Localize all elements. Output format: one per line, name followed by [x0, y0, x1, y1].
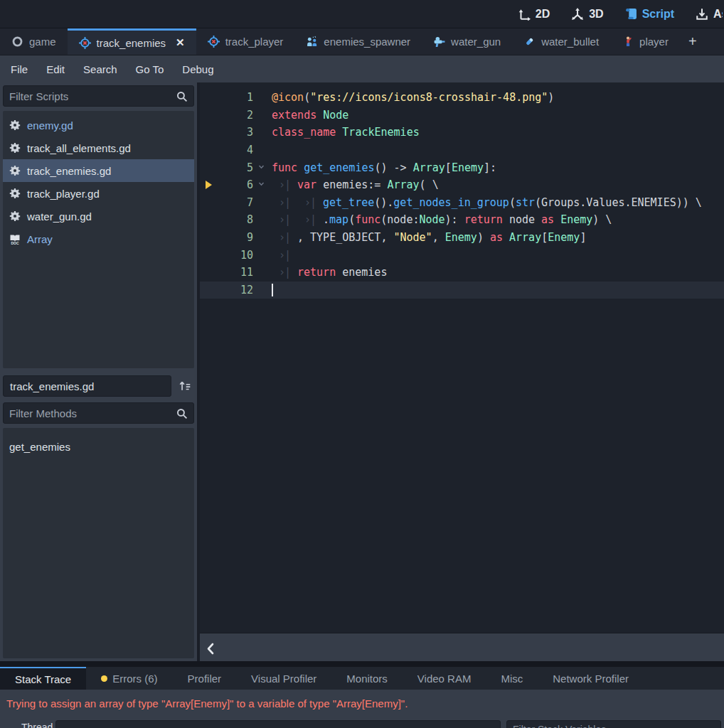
scene-tab-label: player [639, 36, 669, 48]
menu-file[interactable]: File [3, 59, 36, 80]
token: str [516, 196, 535, 209]
token: ) [548, 91, 554, 104]
token: ) \ [592, 213, 612, 226]
menu-go-to[interactable]: Go To [128, 59, 172, 80]
fold-down-icon[interactable] [258, 164, 267, 172]
line-number[interactable]: 5 [217, 161, 253, 174]
breakpoint-gutter[interactable] [200, 181, 217, 189]
crosshair-icon [79, 37, 91, 49]
error-dot-icon [101, 675, 107, 682]
code-line-12: 12 [200, 282, 724, 299]
tab-marker: ›| [272, 196, 297, 209]
token: "Node" [393, 231, 432, 244]
line-number[interactable]: 8 [217, 213, 253, 226]
script-item-track_player-gd[interactable]: track_player.gd [3, 182, 194, 205]
scene-tab-label: water_gun [451, 36, 501, 48]
gear-icon [9, 165, 21, 176]
line-number[interactable]: 12 [217, 284, 253, 296]
bottom-tab-label: Profiler [188, 673, 222, 685]
token: ): [445, 213, 464, 226]
scene-tab-player[interactable]: player [610, 28, 680, 55]
stack-trace-error-message[interactable]: Trying to assign an array of type "Array… [6, 697, 408, 710]
scene-tab-enemies_spawner[interactable]: enemies_spawner [294, 28, 422, 55]
download-icon [696, 8, 708, 21]
code-text: class_name TrackEnemies [272, 126, 420, 139]
doc-icon: DOC [9, 233, 21, 245]
topbar-button-script[interactable]: Script [625, 8, 674, 21]
bottom-panel-separator [0, 661, 724, 667]
line-number[interactable]: 1 [217, 91, 253, 104]
fold-gutter[interactable] [253, 181, 272, 189]
token: ] [580, 231, 586, 244]
script-item-Array[interactable]: DOCArray [3, 228, 194, 250]
method-item-get_enemies[interactable]: get_enemies [3, 435, 194, 458]
collapse-left-icon[interactable] [206, 641, 217, 655]
filter-methods-input[interactable] [9, 407, 176, 419]
line-number[interactable]: 10 [217, 249, 253, 262]
close-icon[interactable]: ✕ [176, 36, 185, 49]
sort-scripts-button[interactable] [176, 377, 194, 395]
menu-debug[interactable]: Debug [174, 59, 221, 80]
thread-select[interactable] [55, 720, 501, 728]
scene-tab-track_enemies[interactable]: track_enemies✕ [68, 28, 196, 55]
menu-search[interactable]: Search [75, 59, 125, 80]
line-number[interactable]: 4 [217, 144, 253, 156]
bottom-tab-errors-6-[interactable]: Errors (6) [86, 667, 172, 690]
player-icon [622, 36, 634, 48]
code-editor[interactable]: 1@icon("res://icons/icons8-crosshair-48.… [200, 82, 724, 633]
line-number[interactable]: 7 [217, 196, 253, 209]
token: , [432, 231, 445, 244]
scene-tab-label: water_bullet [541, 36, 599, 48]
topbar-button-assetlib[interactable]: AssetLib [696, 8, 723, 21]
line-number[interactable]: 3 [217, 126, 253, 139]
line-number[interactable]: 2 [217, 109, 253, 122]
script-item-enemy-gd[interactable]: enemy.gd [3, 114, 194, 136]
script-item-label: enemy.gd [27, 119, 73, 132]
scene-tab-water_bullet[interactable]: water_bullet [512, 28, 610, 55]
bottom-tab-profiler[interactable]: Profiler [173, 667, 237, 690]
topbar-button-2d[interactable]: 2D [518, 8, 550, 21]
code-text: func get_enemies() -> Array[Enemy]: [272, 161, 496, 174]
tab-marker: ›| [297, 196, 323, 209]
svg-text:DOC: DOC [11, 241, 19, 245]
crosshair-icon [208, 36, 220, 48]
token: get_nodes_in_group [393, 196, 509, 209]
bottom-tab-visual-profiler[interactable]: Visual Profiler [236, 667, 331, 690]
token: . [323, 213, 329, 226]
line-number[interactable]: 11 [217, 266, 253, 279]
topbar-label: Script [642, 8, 674, 21]
godot-editor-window: 2D3DScriptAssetLib gametrack_enemies✕tra… [0, 0, 724, 728]
line-number[interactable]: 6 [217, 178, 253, 191]
bottom-tab-stack-trace[interactable]: Stack Trace [0, 667, 86, 690]
bottom-tab-monitors[interactable]: Monitors [331, 667, 403, 690]
scene-tab-track_player[interactable]: track_player [196, 28, 295, 55]
script-item-track_enemies-gd[interactable]: track_enemies.gd [3, 159, 194, 182]
script-item-water_gun-gd[interactable]: water_gun.gd [3, 205, 194, 228]
line-number[interactable]: 9 [217, 231, 253, 244]
topbar-button-3d[interactable]: 3D [571, 8, 603, 21]
code-line-4: 4 [200, 141, 724, 159]
fold-down-icon[interactable] [258, 181, 267, 189]
menu-edit[interactable]: Edit [38, 59, 73, 80]
script-item-track_all_elements-gd[interactable]: track_all_elements.gd [3, 136, 194, 159]
bottom-tab-video-ram[interactable]: Video RAM [403, 667, 486, 690]
stack-trace-panel: Trying to assign an array of type "Array… [0, 690, 724, 717]
current-script-name[interactable]: track_enemies.gd [3, 375, 171, 397]
script-item-label: Array [27, 233, 53, 245]
token: extends [272, 109, 323, 122]
filter-stack-variables-input[interactable]: Filter Stack Variables [506, 720, 721, 728]
token: class_name [272, 126, 342, 139]
filter-scripts-input[interactable] [9, 90, 176, 102]
scene-tab-game[interactable]: game [0, 28, 68, 55]
bottom-tab-network-profiler[interactable]: Network Profiler [538, 667, 644, 690]
token: var [297, 178, 323, 191]
fold-gutter[interactable] [253, 164, 272, 172]
token: ( \ [420, 178, 439, 191]
code-text: ›| [272, 249, 297, 262]
scene-tab-water_gun[interactable]: water_gun [422, 28, 512, 55]
current-script-row: track_enemies.gd [3, 375, 194, 397]
add-scene-tab-button[interactable]: + [680, 28, 706, 55]
token: ) [477, 231, 490, 244]
code-text: ›|return enemies [272, 266, 387, 279]
bottom-tab-misc[interactable]: Misc [486, 667, 538, 690]
